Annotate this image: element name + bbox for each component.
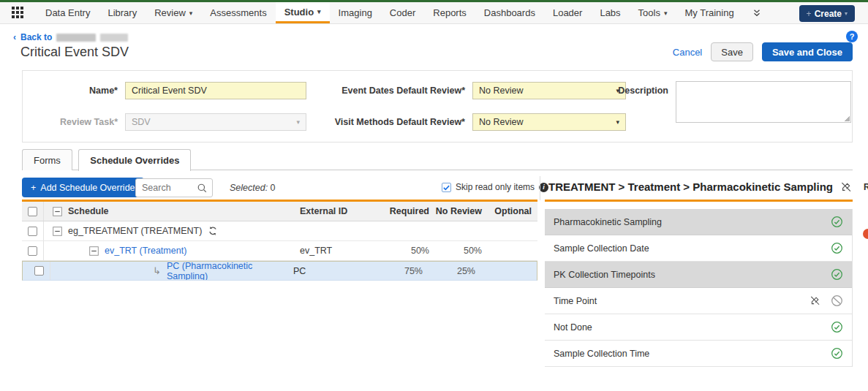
panel-item-icons — [831, 216, 843, 228]
skip-read-only-checkbox[interactable] — [442, 183, 451, 192]
status-check-icon[interactable] — [831, 321, 843, 333]
panel-item-icons — [809, 295, 843, 307]
select-all-checkbox[interactable] — [28, 207, 37, 216]
collapse-icon[interactable] — [89, 246, 99, 256]
event-dates-select[interactable]: No Review ▾ — [472, 82, 626, 99]
external-id-cell: PC — [293, 266, 377, 276]
row-checkbox[interactable] — [28, 227, 37, 236]
nav-item-label: My Training — [685, 7, 734, 18]
panel-item-label: Sample Collection Time — [554, 349, 649, 359]
save-button[interactable]: Save — [711, 42, 753, 61]
panel-item-pk-collection-timepoints[interactable]: PK Collection Timepoints — [545, 262, 852, 288]
add-schedule-override-label: Add Schedule Override — [40, 183, 135, 193]
panel-item-sample-collection-time[interactable]: Sample Collection Time — [545, 341, 852, 367]
title-row: Critical Event SDV Cancel Save Save and … — [20, 42, 853, 61]
row-checkbox[interactable] — [28, 246, 37, 256]
row-checkbox-cell — [29, 262, 50, 280]
panel-header: TREATMENT > Treatment > Pharmacokinetic … — [548, 181, 853, 193]
selected-value: 0 — [271, 183, 276, 193]
status-check-icon[interactable] — [831, 268, 843, 281]
nav-item-reports[interactable]: Reports — [424, 2, 475, 23]
description-field-wrap — [676, 81, 851, 123]
collapse-all-icon[interactable] — [53, 207, 62, 216]
nav-item-loader[interactable]: Loader — [544, 2, 591, 23]
nav-item-library[interactable]: Library — [99, 2, 146, 23]
status-check-icon[interactable] — [831, 242, 843, 254]
nav-item-studio[interactable]: Studio▾ — [276, 2, 330, 23]
visit-methods-label: Visit Methods Default Review* — [282, 117, 465, 127]
schedule-name: eg_TREATMENT (TREATMENT) — [68, 226, 202, 236]
description-textarea[interactable] — [676, 81, 851, 123]
name-input[interactable] — [125, 82, 306, 99]
table-row[interactable]: ev_TRT (Treatment)ev_TRT50%50% — [22, 241, 537, 261]
collapse-icon[interactable] — [53, 227, 62, 236]
tabstrip: Forms Schedule Overrides — [22, 149, 853, 170]
panel-item-label: Sample Collection Date — [554, 243, 649, 254]
toolbar-divider — [540, 176, 540, 200]
status-check-icon[interactable] — [831, 216, 843, 228]
no-review-cell: 25% — [423, 266, 475, 276]
visit-methods-value: No Review — [479, 117, 523, 127]
add-schedule-override-button[interactable]: + Add Schedule Override — [22, 178, 144, 197]
review-task-label: Review Task* — [23, 117, 118, 127]
app-screen: Data EntryLibraryReview▾AssessmentsStudi… — [0, 0, 868, 391]
plus-icon: + — [807, 9, 812, 19]
caret-down-icon: ▾ — [189, 10, 193, 17]
nav-item-coder[interactable]: Coder — [381, 2, 424, 23]
row-checkbox-cell — [22, 221, 44, 240]
nav-item-dashboards[interactable]: Dashboards — [475, 2, 544, 23]
external-id-cell: ev_TRT — [300, 246, 384, 256]
refresh-icon[interactable] — [208, 226, 218, 236]
back-chevron-icon: ‹ — [13, 32, 16, 42]
header-actions: Cancel Save Save and Close — [673, 42, 853, 61]
panel-item-sample-collection-date[interactable]: Sample Collection Date — [545, 235, 852, 262]
save-and-close-button[interactable]: Save and Close — [762, 42, 853, 61]
nav-item-label: Library — [107, 7, 137, 18]
search-icon[interactable] — [197, 183, 208, 194]
edit-off-icon — [840, 181, 852, 193]
branch-arrow-icon: ↳ — [153, 265, 161, 276]
tab-schedule-overrides[interactable]: Schedule Overrides — [78, 149, 191, 171]
panel-item-label: Pharmacokinetic Sampling — [554, 217, 662, 227]
selected-label: Selected: — [230, 183, 268, 193]
nav-item-review[interactable]: Review▾ — [146, 2, 201, 23]
panel-accent-bar — [545, 200, 853, 202]
status-check-icon[interactable] — [831, 347, 843, 360]
status-blocked-icon[interactable] — [831, 295, 843, 307]
panel-item-pharmacokinetic-sampling[interactable]: Pharmacokinetic Sampling — [545, 209, 852, 235]
col-schedule: Schedule — [68, 206, 109, 216]
tab-forms[interactable]: Forms — [22, 149, 72, 170]
back-link-label: Back to — [20, 32, 52, 42]
table-row[interactable]: ↳PC (Pharmacokinetic Sampling)PC75%25% — [22, 261, 537, 281]
search-input[interactable] — [136, 183, 197, 193]
nav-item-assessments[interactable]: Assessments — [201, 2, 275, 23]
edge-handle-dot[interactable] — [863, 229, 868, 239]
panel-item-not-done[interactable]: Not Done — [545, 314, 852, 341]
create-button[interactable]: + Create ▾ — [799, 5, 855, 22]
cancel-button[interactable]: Cancel — [673, 47, 702, 58]
nav-item-imaging[interactable]: Imaging — [330, 2, 381, 23]
nav-item-label: Review — [154, 7, 186, 18]
selected-count: Selected: 0 — [230, 183, 276, 193]
nav-item-data-entry[interactable]: Data Entry — [37, 2, 99, 23]
nav-item-my-training[interactable]: My Training — [676, 2, 743, 23]
row-checkbox-cell — [22, 241, 44, 260]
nav-item-tools[interactable]: Tools▾ — [630, 2, 676, 23]
visit-methods-select[interactable]: No Review ▾ — [472, 113, 626, 131]
nav-items: Data EntryLibraryReview▾AssessmentsStudi… — [37, 2, 743, 23]
help-icon[interactable]: ? — [846, 31, 858, 42]
no-review-cell: 50% — [429, 246, 482, 256]
nav-overflow-chevrons-icon[interactable] — [743, 2, 771, 23]
back-link[interactable]: ‹ Back to — [13, 32, 128, 42]
caret-down-icon: ▾ — [664, 10, 668, 17]
panel-item-icons — [831, 347, 843, 360]
nav-item-labs[interactable]: Labs — [591, 2, 629, 23]
table-row[interactable]: eg_TREATMENT (TREATMENT) — [22, 221, 537, 241]
schedule-name[interactable]: PC (Pharmacokinetic Sampling) — [167, 262, 293, 280]
row-checkbox[interactable] — [34, 266, 44, 276]
app-launcher-icon[interactable] — [12, 7, 25, 20]
required-cell: 50% — [384, 246, 429, 256]
table-body: eg_TREATMENT (TREATMENT)ev_TRT (Treatmen… — [22, 221, 537, 261]
schedule-name[interactable]: ev_TRT (Treatment) — [105, 246, 186, 256]
panel-item-time-point[interactable]: Time Point — [545, 288, 852, 314]
